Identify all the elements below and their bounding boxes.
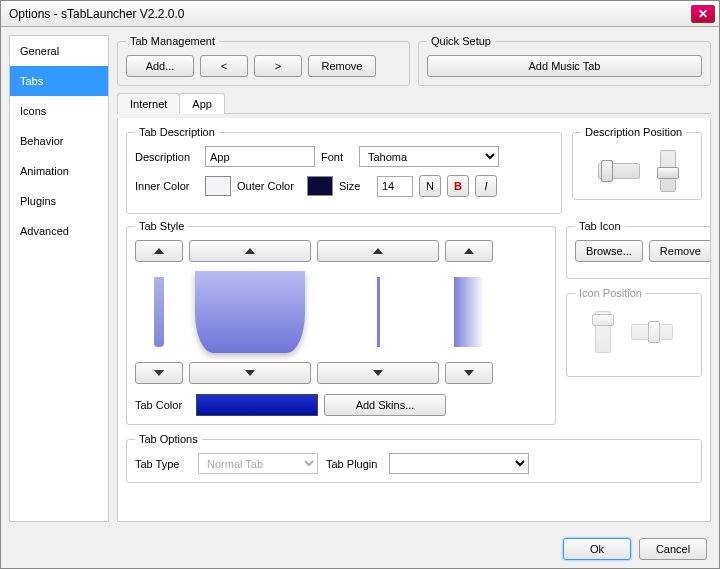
sidebar: General Tabs Icons Behavior Animation Pl… (9, 35, 109, 522)
outer-color-label: Outer Color (237, 180, 301, 192)
outer-color-swatch[interactable] (307, 176, 333, 196)
quick-legend: Quick Setup (427, 35, 495, 47)
style-down-4[interactable] (445, 362, 493, 384)
triangle-down-icon (373, 370, 383, 376)
desc-legend: Tab Description (135, 126, 219, 138)
remove-icon-button[interactable]: Remove (649, 240, 711, 262)
font-label: Font (321, 151, 353, 163)
main: Tab Management Add... < > Remove Quick S… (117, 35, 711, 522)
sidebar-item-behavior[interactable]: Behavior (10, 126, 108, 156)
triangle-down-icon (245, 370, 255, 376)
tabicon-column: Tab Icon Browse... Remove Icon Position (566, 220, 702, 425)
group-tab-management: Tab Management Add... < > Remove (117, 35, 410, 86)
triangle-up-icon (464, 248, 474, 254)
footer: Ok Cancel (1, 530, 719, 568)
tab-internet[interactable]: Internet (117, 93, 180, 114)
format-normal-button[interactable]: N (419, 175, 441, 197)
cancel-button[interactable]: Cancel (639, 538, 707, 560)
sidebar-item-tabs[interactable]: Tabs (10, 66, 108, 96)
tabcolor-swatch[interactable] (196, 394, 318, 416)
style-preview-3 (317, 266, 439, 358)
desc-label: Description (135, 151, 199, 163)
iconpos-v-slider (595, 311, 611, 353)
tab-pane-app: Tab Description Description Font Tahoma … (117, 118, 711, 522)
size-label: Size (339, 180, 371, 192)
font-select[interactable]: Tahoma (359, 146, 499, 167)
sidebar-item-icons[interactable]: Icons (10, 96, 108, 126)
triangle-down-icon (464, 370, 474, 376)
ok-button[interactable]: Ok (563, 538, 631, 560)
group-icon-position: Icon Position (566, 287, 702, 377)
group-quick-setup: Quick Setup Add Music Tab (418, 35, 711, 86)
close-icon[interactable]: ✕ (691, 5, 715, 23)
sidebar-item-animation[interactable]: Animation (10, 156, 108, 186)
iconpos-legend: Icon Position (575, 287, 646, 299)
desc-pos-legend: Description Position (581, 126, 686, 138)
tab-mgmt-legend: Tab Management (126, 35, 219, 47)
next-button[interactable]: > (254, 55, 302, 77)
size-input[interactable] (377, 176, 413, 197)
format-bold-button[interactable]: B (447, 175, 469, 197)
top-row: Tab Management Add... < > Remove Quick S… (117, 35, 711, 86)
sidebar-item-plugins[interactable]: Plugins (10, 186, 108, 216)
style-down-2[interactable] (189, 362, 311, 384)
sidebar-item-general[interactable]: General (10, 36, 108, 66)
style-preview-2 (189, 266, 311, 358)
add-button[interactable]: Add... (126, 55, 194, 77)
style-preview-4 (445, 266, 493, 358)
group-tab-description: Tab Description Description Font Tahoma … (126, 126, 562, 214)
prev-button[interactable]: < (200, 55, 248, 77)
window-title: Options - sTabLauncher V2.2.0.0 (5, 7, 691, 21)
opts-legend: Tab Options (135, 433, 202, 445)
options-window: Options - sTabLauncher V2.2.0.0 ✕ Genera… (0, 0, 720, 569)
group-tab-style: Tab Style (126, 220, 556, 425)
add-skins-button[interactable]: Add Skins... (324, 394, 446, 416)
triangle-up-icon (373, 248, 383, 254)
tab-app[interactable]: App (179, 93, 225, 114)
titlebar[interactable]: Options - sTabLauncher V2.2.0.0 ✕ (1, 1, 719, 27)
add-music-tab-button[interactable]: Add Music Tab (427, 55, 702, 77)
style-down-3[interactable] (317, 362, 439, 384)
tabicon-legend: Tab Icon (575, 220, 625, 232)
desc-pos-h-slider[interactable] (598, 163, 640, 179)
sidebar-item-advanced[interactable]: Advanced (10, 216, 108, 246)
group-description-position: Description Position (572, 126, 702, 200)
style-up-1[interactable] (135, 240, 183, 262)
tabtype-label: Tab Type (135, 458, 190, 470)
style-up-2[interactable] (189, 240, 311, 262)
triangle-up-icon (245, 248, 255, 254)
triangle-down-icon (154, 370, 164, 376)
style-preview-1 (135, 266, 183, 358)
format-italic-button[interactable]: I (475, 175, 497, 197)
triangle-up-icon (154, 248, 164, 254)
tabcolor-label: Tab Color (135, 399, 190, 411)
iconpos-h-slider (631, 324, 673, 340)
inner-color-label: Inner Color (135, 180, 199, 192)
style-up-3[interactable] (317, 240, 439, 262)
tabtype-select: Normal Tab (198, 453, 318, 474)
group-tab-icon: Tab Icon Browse... Remove (566, 220, 711, 279)
body: General Tabs Icons Behavior Animation Pl… (1, 27, 719, 530)
subtab-strip: Internet App (117, 92, 711, 114)
style-down-1[interactable] (135, 362, 183, 384)
remove-button[interactable]: Remove (308, 55, 376, 77)
tabplugin-select[interactable] (389, 453, 529, 474)
style-legend: Tab Style (135, 220, 188, 232)
group-tab-options: Tab Options Tab Type Normal Tab Tab Plug… (126, 433, 702, 483)
desc-pos-v-slider[interactable] (660, 150, 676, 192)
tabplugin-label: Tab Plugin (326, 458, 381, 470)
style-up-4[interactable] (445, 240, 493, 262)
browse-icon-button[interactable]: Browse... (575, 240, 643, 262)
description-input[interactable] (205, 146, 315, 167)
inner-color-swatch[interactable] (205, 176, 231, 196)
